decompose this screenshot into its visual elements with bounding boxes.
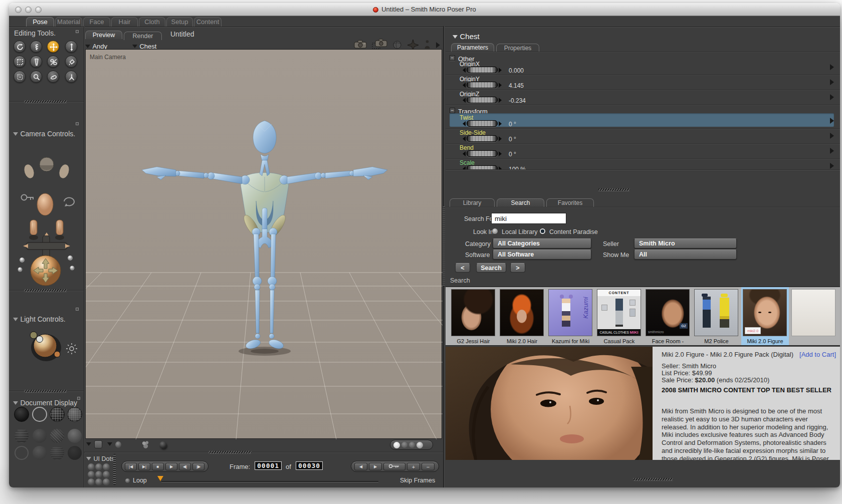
- thumb-image[interactable]: [500, 289, 544, 336]
- camera-dotted-select-icon[interactable]: [372, 39, 388, 50]
- result-thumb-casual-pack[interactable]: CONTENT CASUAL CLOTHES MIKI Casual Pack: [595, 287, 643, 346]
- camera-name-label[interactable]: Main Camera: [90, 54, 126, 61]
- display-style-texture-shaded[interactable]: [50, 446, 64, 460]
- param-value[interactable]: 0 °: [509, 121, 516, 128]
- search-input[interactable]: [491, 213, 566, 224]
- param-value[interactable]: 0 °: [509, 151, 516, 158]
- result-thumb-face-room[interactable]: smithmicro G2 Face Room -: [644, 287, 692, 346]
- param-options-arrow[interactable]: [830, 163, 834, 169]
- param-value[interactable]: 4.145: [509, 82, 524, 89]
- camera-controls-header[interactable]: Camera Controls.: [13, 129, 75, 138]
- group-collapse-other[interactable]: −: [450, 55, 455, 61]
- param-options-arrow[interactable]: [830, 118, 834, 124]
- panel-divider-grip[interactable]: [443, 206, 445, 287]
- param-dial-originx[interactable]: [463, 67, 502, 73]
- result-thumb-miki-hair[interactable]: Miki 2.0 Hair: [498, 287, 546, 346]
- result-thumb-kazumi[interactable]: Kazumi Kazumi for Miki: [547, 287, 594, 346]
- multi-sphere-tracking-icon[interactable]: [141, 441, 150, 449]
- camera-controls-cluster[interactable]: [14, 142, 79, 288]
- param-dial-bend[interactable]: [463, 150, 502, 157]
- shadow-sphere-icon[interactable]: [159, 441, 166, 448]
- twist-tool-button[interactable]: [30, 41, 42, 53]
- tab-library[interactable]: Library: [450, 198, 495, 207]
- radio-local-library-label[interactable]: Local Library: [502, 228, 538, 235]
- prev-page-button[interactable]: <: [455, 263, 470, 273]
- camera-controls-resize-grip[interactable]: [24, 289, 67, 292]
- step-forward-button[interactable]: |▶: [192, 463, 204, 470]
- chain-break-tool-button[interactable]: [47, 56, 59, 68]
- param-options-arrow[interactable]: [830, 64, 834, 70]
- seller-dropdown[interactable]: Smith Micro: [634, 238, 737, 248]
- add-keyframe-button[interactable]: +: [407, 463, 420, 470]
- tab-cloth[interactable]: Cloth: [139, 17, 165, 27]
- light-controls-globe[interactable]: [20, 327, 80, 366]
- direct-manipulation-tool-button[interactable]: [65, 71, 77, 83]
- param-value[interactable]: 0.000: [509, 67, 524, 74]
- depth-cue-button[interactable]: [94, 440, 102, 448]
- param-options-arrow[interactable]: [830, 133, 834, 139]
- result-thumb-miki-figure-selected[interactable]: miki2.0 Miki 2.0 Figure: [741, 287, 789, 346]
- thumb-image[interactable]: [694, 289, 738, 336]
- scroll-right-arrow[interactable]: [436, 42, 440, 48]
- radio-content-paradise[interactable]: [539, 228, 546, 234]
- light-controls-header[interactable]: Light Controls.: [13, 315, 66, 324]
- param-value[interactable]: 0 °: [509, 136, 516, 143]
- bottom-right-grip[interactable]: [633, 478, 673, 480]
- stop-button[interactable]: ■: [152, 463, 164, 470]
- view-magnifier-tool-button[interactable]: [30, 71, 42, 83]
- light-controls-resize-grip[interactable]: [24, 390, 67, 392]
- dot-gray[interactable]: [409, 442, 415, 448]
- display-style-wireframe[interactable]: [50, 407, 65, 422]
- current-frame-counter[interactable]: 00001: [255, 461, 282, 470]
- total-frames-counter[interactable]: 00030: [296, 461, 323, 470]
- skip-frames-label[interactable]: Skip Frames: [400, 477, 435, 484]
- main-camera-viewport[interactable]: Main Camera: [85, 49, 442, 439]
- tab-content[interactable]: Content: [194, 17, 222, 27]
- step-back-button[interactable]: ◀|: [179, 463, 191, 470]
- next-keyframe-button[interactable]: ▶: [369, 463, 382, 470]
- thumb-image[interactable]: Kazumi: [548, 289, 592, 336]
- delete-keyframe-button[interactable]: −: [422, 463, 435, 470]
- param-dial-originy[interactable]: [463, 82, 502, 88]
- dot-gray[interactable]: [401, 442, 407, 448]
- category-dropdown[interactable]: All Categories: [493, 238, 591, 248]
- param-options-arrow[interactable]: [830, 79, 834, 85]
- display-dots-selector[interactable]: [390, 440, 433, 450]
- tab-material[interactable]: Material: [55, 17, 82, 27]
- tracking-menu-triangle[interactable]: [107, 442, 112, 446]
- tab-favorites[interactable]: Favorites: [546, 198, 594, 207]
- param-dial-scale[interactable]: [463, 165, 502, 169]
- thumb-image[interactable]: [451, 289, 495, 336]
- display-style-hidden-line[interactable]: [67, 407, 82, 422]
- grouping-tool-button[interactable]: [14, 71, 26, 83]
- trackball-icon[interactable]: [393, 41, 401, 49]
- tab-render[interactable]: Render: [124, 32, 162, 40]
- panel-shade-icon[interactable]: [76, 122, 79, 125]
- actor-header[interactable]: Chest: [453, 32, 480, 41]
- color-tool-button[interactable]: [65, 56, 77, 68]
- result-thumb-g2-jessi-hair[interactable]: G2 Jessi Hair: [450, 287, 497, 346]
- timeline-position-marker[interactable]: [157, 476, 163, 484]
- timeline-track[interactable]: [161, 481, 378, 482]
- edit-keyframes-button[interactable]: [383, 463, 405, 470]
- group-collapse-transform[interactable]: −: [450, 108, 455, 113]
- add-to-cart-link[interactable]: [Add to Cart]: [799, 351, 836, 358]
- tab-setup[interactable]: Setup: [166, 17, 193, 27]
- ui-dots-header[interactable]: UI Dots: [86, 454, 114, 463]
- scale-tool-button[interactable]: [14, 56, 26, 68]
- tab-search[interactable]: Search: [497, 198, 544, 207]
- tab-parameters[interactable]: Parameters: [451, 43, 494, 52]
- morphing-tool-button[interactable]: [47, 71, 59, 83]
- tab-pose[interactable]: Pose: [26, 17, 54, 27]
- next-page-button[interactable]: >: [510, 263, 525, 273]
- loop-toggle[interactable]: [125, 478, 130, 483]
- param-value[interactable]: 100 %: [509, 166, 526, 169]
- param-dial-sideside[interactable]: [463, 135, 502, 142]
- thumb-image[interactable]: smithmicro G2: [646, 289, 690, 336]
- dot-light[interactable]: [416, 442, 423, 448]
- radio-content-paradise-label[interactable]: Content Paradise: [549, 228, 598, 235]
- param-value[interactable]: -0.234: [509, 97, 526, 104]
- software-dropdown[interactable]: All Software: [493, 249, 591, 260]
- tracking-ball-icon[interactable]: [115, 441, 121, 448]
- last-frame-button[interactable]: ▶|: [138, 463, 150, 470]
